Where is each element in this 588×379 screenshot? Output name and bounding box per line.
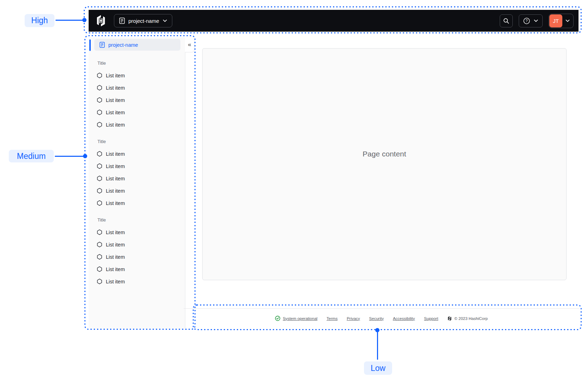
- sidebar-item[interactable]: List item: [89, 263, 185, 275]
- hexagon-icon: [97, 109, 102, 115]
- help-menu-button[interactable]: ?: [519, 14, 543, 27]
- sidebar-section-title: Title: [89, 216, 185, 223]
- sidebar-item-label: List item: [106, 163, 125, 169]
- sidebar-item[interactable]: List item: [89, 118, 185, 131]
- sidebar-item[interactable]: List item: [89, 69, 185, 82]
- search-button[interactable]: [500, 14, 513, 27]
- sidebar-item-label: List item: [106, 151, 125, 157]
- account-menu-button[interactable]: JT: [549, 14, 574, 28]
- sidebar-header: project-name: [89, 37, 185, 52]
- check-circle-icon: [275, 316, 280, 321]
- sidebar-item[interactable]: List item: [89, 275, 185, 288]
- main-content: Page content: [202, 48, 567, 280]
- sidebar-item[interactable]: List item: [89, 251, 185, 263]
- sidebar-item-label: List item: [106, 97, 125, 103]
- hexagon-icon: [97, 278, 102, 284]
- sidebar-item-label: List item: [106, 200, 125, 206]
- annotation-label-medium: Medium: [9, 150, 54, 162]
- copyright-text: © 2023 HashiCorp: [454, 316, 488, 321]
- annotation-connector-medium: [55, 156, 84, 157]
- sidebar-item-label: List item: [106, 266, 125, 272]
- hexagon-icon: [97, 242, 102, 248]
- sidebar-item[interactable]: List item: [89, 160, 185, 172]
- hexagon-icon: [97, 72, 102, 78]
- top-navbar: project-name ? JT: [89, 10, 579, 32]
- help-icon: ?: [523, 18, 530, 24]
- sidebar-item-label: List item: [106, 254, 125, 260]
- screenshot-canvas: High Medium Low project-name: [0, 0, 588, 379]
- footer-link-terms[interactable]: Terms: [327, 316, 338, 321]
- hexagon-icon: [97, 200, 102, 206]
- navbar-right-group: ? JT: [500, 14, 574, 28]
- project-switcher-label: project-name: [128, 18, 159, 24]
- sidebar-item[interactable]: List item: [89, 226, 185, 238]
- hexagon-icon: [97, 122, 102, 128]
- hashicorp-logo-icon: [96, 15, 106, 27]
- hexagon-icon: [97, 188, 102, 194]
- hexagon-icon: [97, 229, 102, 235]
- chevron-down-icon: [565, 19, 570, 22]
- sidebar-item[interactable]: List item: [89, 82, 185, 94]
- sidebar: project-name « Title List item List item…: [89, 37, 185, 329]
- avatar: JT: [549, 14, 562, 27]
- footer: System operational Terms Privacy Securit…: [184, 308, 579, 328]
- document-icon: [100, 42, 105, 48]
- sidebar-collapse-button[interactable]: «: [185, 37, 194, 52]
- sidebar-item-label: List item: [106, 242, 125, 248]
- sidebar-section: Title List item List item List item List…: [89, 138, 185, 209]
- footer-link-accessibility[interactable]: Accessibility: [393, 316, 415, 321]
- system-status-link[interactable]: System operational: [283, 316, 317, 321]
- hexagon-icon: [97, 163, 102, 169]
- sidebar-item[interactable]: List item: [89, 238, 185, 251]
- hexagon-icon: [97, 175, 102, 181]
- sidebar-item[interactable]: List item: [89, 172, 185, 185]
- annotation-dot-low: [375, 328, 379, 332]
- document-icon: [119, 18, 125, 24]
- annotation-dot-high: [82, 18, 87, 22]
- sidebar-section-title: Title: [89, 59, 185, 66]
- copyright: © 2023 HashiCorp: [447, 316, 488, 321]
- sidebar-item[interactable]: List item: [89, 197, 185, 209]
- sidebar-section: Title List item List item List item List…: [89, 216, 185, 288]
- hexagon-icon: [97, 85, 102, 91]
- footer-link-security[interactable]: Security: [369, 316, 384, 321]
- sidebar-item-label: List item: [106, 230, 125, 235]
- sidebar-item-label: List item: [106, 279, 125, 284]
- sidebar-nav: Title List item List item List item List…: [89, 52, 185, 288]
- footer-link-support[interactable]: Support: [424, 316, 438, 321]
- hexagon-icon: [97, 254, 102, 260]
- annotation-label-low: Low: [364, 361, 392, 375]
- hexagon-icon: [97, 97, 102, 103]
- search-icon: [503, 18, 509, 24]
- hexagon-icon: [97, 266, 102, 272]
- sidebar-section-title: Title: [89, 138, 185, 145]
- chevron-down-icon: [163, 19, 167, 22]
- sidebar-item[interactable]: List item: [89, 94, 185, 106]
- sidebar-project-label: project-name: [108, 42, 138, 48]
- system-status: System operational: [275, 316, 317, 321]
- project-switcher-button[interactable]: project-name: [114, 14, 172, 27]
- annotation-dot-medium: [83, 154, 87, 158]
- sidebar-item[interactable]: List item: [89, 185, 185, 197]
- svg-text:?: ?: [526, 19, 528, 23]
- sidebar-project-item[interactable]: project-name: [94, 39, 180, 51]
- annotation-label-high: High: [25, 14, 55, 27]
- page-content-placeholder: Page content: [363, 150, 406, 158]
- sidebar-item-label: List item: [106, 176, 125, 181]
- sidebar-section: Title List item List item List item List…: [89, 59, 185, 131]
- chevron-down-icon: [534, 19, 538, 22]
- sidebar-item[interactable]: List item: [89, 106, 185, 118]
- sidebar-item-label: List item: [106, 110, 125, 115]
- sidebar-item-label: List item: [106, 122, 125, 128]
- hashicorp-logo-icon: [447, 316, 452, 321]
- annotation-connector-high: [56, 20, 83, 21]
- sidebar-item-label: List item: [106, 73, 125, 78]
- annotation-connector-low: [377, 331, 378, 360]
- active-indicator-bar: [89, 39, 91, 51]
- sidebar-item-label: List item: [106, 85, 125, 91]
- hexagon-icon: [97, 151, 102, 157]
- sidebar-item[interactable]: List item: [89, 148, 185, 160]
- sidebar-item-label: List item: [106, 188, 125, 194]
- footer-link-privacy[interactable]: Privacy: [347, 316, 360, 321]
